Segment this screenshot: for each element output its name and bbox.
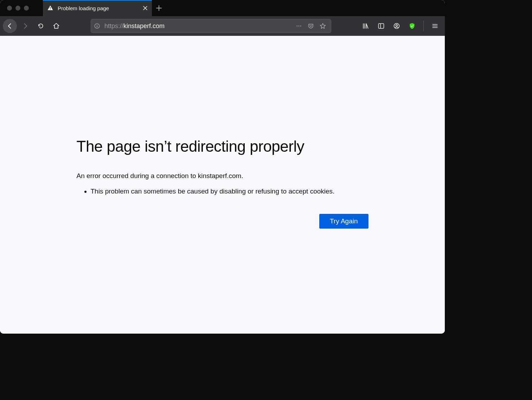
url-text: https://kinstaperf.com bbox=[104, 22, 291, 30]
svg-rect-8 bbox=[379, 24, 384, 28]
hamburger-menu-button[interactable] bbox=[428, 19, 442, 33]
error-detail-list: This problem can sometimes be caused by … bbox=[77, 187, 368, 196]
pocket-button[interactable] bbox=[306, 21, 316, 31]
window-close-dot[interactable] bbox=[7, 6, 12, 11]
reload-button[interactable] bbox=[34, 19, 48, 33]
window-minimize-dot[interactable] bbox=[15, 6, 20, 11]
back-button[interactable] bbox=[3, 19, 17, 33]
svg-point-3 bbox=[97, 25, 97, 25]
svg-rect-1 bbox=[50, 9, 51, 10]
try-again-button[interactable]: Try Again bbox=[319, 214, 368, 229]
sidebar-button[interactable] bbox=[374, 19, 388, 33]
url-protocol: https:// bbox=[104, 22, 123, 30]
window-controls bbox=[0, 6, 43, 11]
svg-rect-0 bbox=[50, 7, 51, 9]
tab-close-button[interactable] bbox=[143, 6, 148, 11]
error-container: The page isn’t redirecting properly An e… bbox=[77, 138, 368, 334]
browser-tab-active[interactable]: Problem loading page bbox=[43, 0, 152, 16]
svg-point-7 bbox=[300, 26, 301, 26]
titlebar: Problem loading page bbox=[0, 0, 445, 16]
library-button[interactable] bbox=[359, 19, 373, 33]
svg-rect-4 bbox=[97, 26, 97, 27]
new-tab-button[interactable] bbox=[152, 0, 166, 16]
home-button[interactable] bbox=[49, 19, 63, 33]
svg-point-11 bbox=[396, 25, 398, 26]
account-button[interactable] bbox=[390, 19, 404, 33]
tab-title: Problem loading page bbox=[58, 5, 139, 11]
error-detail-item: This problem can sometimes be caused by … bbox=[91, 187, 368, 196]
forward-button[interactable] bbox=[18, 19, 32, 33]
error-subtitle: An error occurred during a connection to… bbox=[77, 172, 368, 180]
page-content: The page isn’t redirecting properly An e… bbox=[0, 36, 445, 334]
error-title: The page isn’t redirecting properly bbox=[77, 138, 368, 155]
nav-toolbar: https://kinstaperf.com bbox=[0, 16, 445, 36]
shield-icon[interactable] bbox=[405, 19, 419, 33]
url-bar[interactable]: https://kinstaperf.com bbox=[91, 19, 331, 33]
toolbar-divider bbox=[423, 21, 424, 31]
bookmark-star-button[interactable] bbox=[318, 21, 328, 31]
url-host: kinstaperf.com bbox=[123, 22, 165, 30]
warning-icon bbox=[47, 5, 53, 11]
svg-point-6 bbox=[299, 26, 299, 26]
site-info-icon[interactable] bbox=[94, 23, 100, 29]
window-zoom-dot[interactable] bbox=[24, 6, 29, 11]
page-actions-button[interactable] bbox=[294, 21, 304, 31]
svg-point-5 bbox=[297, 26, 297, 26]
